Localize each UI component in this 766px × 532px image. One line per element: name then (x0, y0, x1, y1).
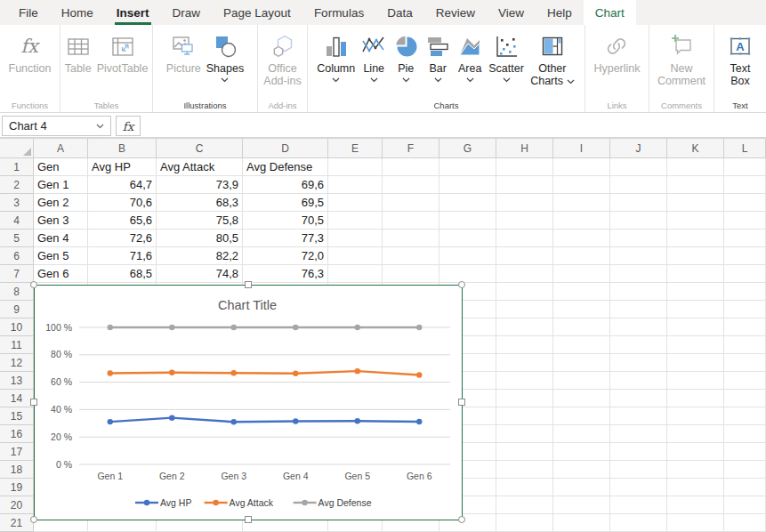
cell-I18[interactable] (553, 461, 610, 479)
cell-K3[interactable] (667, 194, 724, 212)
cell-I19[interactable] (553, 479, 610, 496)
chart-series-avg-defense[interactable] (108, 325, 423, 330)
cell-A3[interactable]: Gen 2 (34, 194, 88, 212)
tab-data[interactable]: Data (375, 0, 424, 25)
cell-A5[interactable]: Gen 4 (34, 230, 88, 247)
cell-B2[interactable]: 64,7 (88, 176, 157, 194)
row-header-1[interactable]: 1 (0, 158, 34, 176)
cell-F4[interactable] (383, 212, 439, 230)
cell-E5[interactable] (328, 230, 383, 247)
cell-C5[interactable]: 80,5 (157, 230, 243, 247)
cell-L17[interactable] (724, 443, 766, 461)
cell-I1[interactable] (553, 158, 610, 176)
cell-I2[interactable] (553, 176, 610, 194)
cell-J17[interactable] (610, 443, 667, 461)
cell-L3[interactable] (724, 194, 766, 212)
cell-G6[interactable] (439, 247, 496, 265)
column-header-e[interactable]: E (328, 139, 383, 158)
row-header-20[interactable]: 20 (0, 496, 34, 514)
cell-H12[interactable] (496, 354, 553, 372)
cell-B6[interactable]: 71,6 (88, 247, 157, 265)
cell-K9[interactable] (667, 301, 724, 318)
cell-F6[interactable] (383, 247, 439, 265)
row-header-19[interactable]: 19 (0, 479, 34, 496)
cell-K20[interactable] (667, 496, 724, 514)
cell-H9[interactable] (496, 301, 553, 318)
cell-H1[interactable] (496, 158, 553, 176)
tab-formulas[interactable]: Formulas (302, 0, 375, 25)
cell-J8[interactable] (610, 283, 667, 301)
ribbon-button-shapes[interactable]: Shapes (204, 29, 246, 84)
cell-F5[interactable] (383, 230, 439, 247)
cell-H6[interactable] (496, 247, 553, 265)
cell-H14[interactable] (496, 390, 553, 407)
cell-J18[interactable] (610, 461, 667, 479)
row-header-3[interactable]: 3 (0, 194, 34, 212)
cell-L14[interactable] (724, 390, 766, 407)
cell-L1[interactable] (724, 158, 766, 176)
cell-F7[interactable] (383, 265, 439, 283)
ribbon-button-column[interactable]: Column (314, 29, 358, 84)
cell-D1[interactable]: Avg Defense (243, 158, 328, 176)
cell-G2[interactable] (439, 176, 496, 194)
cell-L8[interactable] (724, 283, 766, 301)
cell-L9[interactable] (724, 301, 766, 318)
row-header-12[interactable]: 12 (0, 354, 34, 372)
cell-C3[interactable]: 68,3 (157, 194, 243, 212)
column-header-a[interactable]: A (34, 139, 88, 158)
resize-handle-bottom-right[interactable] (458, 516, 465, 523)
cell-H11[interactable] (496, 336, 553, 354)
cell-J3[interactable] (610, 194, 667, 212)
cell-A4[interactable]: Gen 3 (34, 212, 88, 230)
row-header-15[interactable]: 15 (0, 407, 34, 425)
cell-L16[interactable] (724, 425, 766, 443)
row-header-10[interactable]: 10 (0, 318, 34, 336)
cell-H16[interactable] (496, 425, 553, 443)
column-header-d[interactable]: D (243, 139, 328, 158)
cell-L7[interactable] (724, 265, 766, 283)
cell-D7[interactable]: 76,3 (243, 265, 328, 283)
cell-E6[interactable] (328, 247, 383, 265)
chevron-down-icon[interactable] (96, 124, 104, 129)
cell-B7[interactable]: 68,5 (88, 265, 157, 283)
cell-E1[interactable] (328, 158, 383, 176)
cell-L15[interactable] (724, 407, 766, 425)
cell-B3[interactable]: 70,6 (88, 194, 157, 212)
cell-J2[interactable] (610, 176, 667, 194)
row-header-5[interactable]: 5 (0, 230, 34, 247)
cell-F1[interactable] (383, 158, 439, 176)
column-header-l[interactable]: L (724, 139, 766, 158)
row-header-9[interactable]: 9 (0, 301, 34, 318)
cell-J10[interactable] (610, 318, 667, 336)
cell-E2[interactable] (328, 176, 383, 194)
tab-home[interactable]: Home (50, 0, 105, 25)
cell-A2[interactable]: Gen 1 (34, 176, 88, 194)
cell-I10[interactable] (553, 318, 610, 336)
cell-H18[interactable] (496, 461, 553, 479)
cell-H2[interactable] (496, 176, 553, 194)
cell-I17[interactable] (553, 443, 610, 461)
cell-L11[interactable] (724, 336, 766, 354)
cell-L10[interactable] (724, 318, 766, 336)
cell-L4[interactable] (724, 212, 766, 230)
cell-G1[interactable] (439, 158, 496, 176)
cell-I5[interactable] (553, 230, 610, 247)
cell-K15[interactable] (667, 407, 724, 425)
cell-I7[interactable] (553, 265, 610, 283)
cell-G4[interactable] (439, 212, 496, 230)
cell-I16[interactable] (553, 425, 610, 443)
cell-E3[interactable] (328, 194, 383, 212)
cell-K14[interactable] (667, 390, 724, 407)
chart-object[interactable]: 0 %20 %40 %60 %80 %100 %Gen 1Gen 2Gen 3G… (34, 285, 463, 520)
cell-J16[interactable] (610, 425, 667, 443)
cell-J12[interactable] (610, 354, 667, 372)
cell-B5[interactable]: 72,6 (88, 230, 157, 247)
resize-handle-top-left[interactable] (30, 281, 37, 288)
cell-C6[interactable]: 82,2 (157, 247, 243, 265)
tab-file[interactable]: File (7, 0, 50, 25)
cell-J4[interactable] (610, 212, 667, 230)
cell-D4[interactable]: 70,5 (243, 212, 328, 230)
ribbon-button-text-box[interactable]: AText Box (723, 29, 757, 87)
cell-H7[interactable] (496, 265, 553, 283)
cell-H21[interactable] (496, 514, 553, 532)
